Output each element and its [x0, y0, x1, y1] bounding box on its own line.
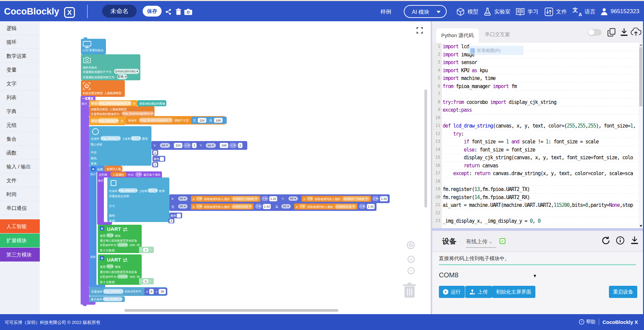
variable-dropdown[interactable]: img_facerecognition	[98, 101, 132, 106]
block-assign-facerecognition[interactable]: 赋值 img_facerecognition 为	[89, 100, 137, 106]
nav-file[interactable]: 文件	[544, 6, 567, 17]
copy-icon[interactable]	[608, 28, 616, 37]
divide-block[interactable]: 168 ÷ 2	[218, 141, 245, 149]
sidebar-item-12[interactable]: 时间	[0, 187, 40, 201]
sidebar-item-3[interactable]: 变量	[0, 63, 40, 77]
number-field[interactable]: 1.42	[367, 204, 375, 209]
code-scroll-thumb[interactable]	[639, 47, 642, 106]
number-field[interactable]: 168	[214, 118, 223, 123]
operator-dropdown[interactable]: ÷	[255, 204, 262, 209]
blockly-workspace[interactable]: + − LCD 屏幕初始化 相机初始化 设置捕捉画面的尺寸为: QVGA (32…	[40, 21, 431, 314]
sidebar-category-0[interactable]: 人工智能	[0, 219, 40, 233]
int-cast-block[interactable]: int	[280, 203, 292, 210]
block-string-y[interactable]: “ Y ”	[139, 247, 154, 253]
operator-dropdown[interactable]: ÷	[261, 196, 268, 201]
block-get-camera-image[interactable]: 获取相机捕捉的图像	[137, 100, 166, 106]
number-field[interactable]: 2	[169, 219, 173, 223]
variable-dropdown[interactable]: img_display	[103, 297, 122, 301]
block-camera-init[interactable]: 相机初始化 设置捕捉画面的尺寸为: QVGA (320*240) 设置捕捉画面颜…	[81, 54, 140, 80]
sidebar-item-8[interactable]: 集合	[0, 132, 40, 146]
nav-lab[interactable]: 实验室	[483, 6, 510, 17]
variable-dropdown[interactable]: img_facerecognition	[121, 111, 154, 116]
number-field[interactable]: 224	[174, 143, 183, 148]
string-field[interactable]: N	[143, 279, 148, 283]
vertical-scrollbar[interactable]	[424, 89, 427, 208]
xy-value-block[interactable]: X 8 Y 36	[144, 288, 167, 295]
baud-field[interactable]: 115200	[117, 243, 128, 247]
zoom-in-icon[interactable]: +	[408, 256, 415, 263]
attr-dropdown[interactable]: 检测框的 Y 轴坐标	[342, 196, 370, 201]
camera-icon[interactable]	[184, 7, 192, 17]
sidebar-item-4[interactable]: 文字	[0, 77, 40, 90]
cloud-upload-icon[interactable]	[631, 28, 641, 36]
block-draw-rect[interactable]: 在画布 img_display 上绘制 空心 矩形 设置起始点坐标: 尺寸: 颜…	[107, 177, 169, 222]
port-select[interactable]: COM8	[439, 271, 458, 279]
dropdown-field[interactable]: 彩色	[117, 74, 127, 79]
number-field[interactable]: 1.42	[269, 196, 277, 201]
operator-dropdown[interactable]: ÷	[372, 196, 379, 201]
scroll-up-icon[interactable]	[640, 44, 642, 46]
string-field[interactable]: Y	[143, 248, 148, 252]
block-draw-circle[interactable]: 在画布 img_display 上绘制 实心 圆形 圆心坐标 半径: 颜色: 厚…	[89, 126, 151, 166]
refresh-icon[interactable]	[601, 236, 610, 245]
nav-model[interactable]: 模型	[456, 6, 478, 17]
gear-icon[interactable]	[100, 256, 104, 260]
iterator-dropdown[interactable]: i	[196, 196, 203, 201]
gear-icon[interactable]	[100, 226, 104, 230]
int-cast-block[interactable]: int	[177, 203, 189, 210]
number-field[interactable]: 168	[220, 143, 228, 148]
variable-dropdown[interactable]: img_display	[118, 188, 138, 193]
block-detected-face[interactable]: 检测到人脸	[104, 166, 122, 171]
download-code-icon[interactable]	[620, 28, 628, 37]
sidebar-item-2[interactable]: 数学运算	[0, 49, 40, 63]
workspace-trash-icon[interactable]	[403, 282, 416, 298]
init-screen-button[interactable]: 初始化主屏界面	[492, 286, 535, 298]
sidebar-item-11[interactable]: 文件	[0, 173, 40, 187]
block-get-face-attr[interactable]: 从 i 获取检测到的人脸的 检测框的 Y 轴坐标	[302, 196, 371, 202]
number-field[interactable]: 2	[238, 143, 243, 148]
block-uart-send-y[interactable]: UART 使用 AI 模块 通过串口发送数据至其他设备 设置波特率为: 1152…	[98, 225, 142, 253]
code-toggle[interactable]	[588, 29, 601, 36]
sidebar-item-5[interactable]: 列表	[0, 90, 40, 104]
delete-icon[interactable]	[174, 7, 183, 17]
code-scrollbar[interactable]	[639, 43, 643, 228]
zoom-reset-icon[interactable]	[407, 241, 415, 249]
number-field[interactable]: 1	[153, 163, 157, 167]
int-cast-block[interactable]: int	[204, 142, 217, 149]
int-dropdown[interactable]: int	[160, 143, 170, 148]
sidebar-item-10[interactable]: 输入 / 输出	[0, 160, 40, 173]
block-get-face-attr[interactable]: 从 i 获取检测到的人脸的 检测框的高度	[294, 203, 358, 210]
block-get-face-attr[interactable]: 从 i 获取检测到的人脸的 检测框的宽度	[191, 203, 254, 210]
divide-chain-block[interactable]: 从 i 获取检测到的人脸的 检测框的 Y 轴坐标 ÷ 1.42	[300, 195, 389, 203]
int-dropdown[interactable]: int	[206, 143, 216, 148]
dropdown-field[interactable]: QVGA (320*240)	[114, 69, 139, 74]
device-checkbox[interactable]: ✓	[500, 238, 505, 244]
dropdown-field[interactable]: 实心	[131, 136, 141, 141]
variable-dropdown[interactable]: img_display	[101, 136, 121, 141]
sidebar-item-6[interactable]: 字典	[0, 104, 40, 118]
sidebar-item-0[interactable]: 逻辑	[0, 21, 40, 35]
divide-chain-block[interactable]: 从 i 获取检测到的人脸的 检测框的宽度 ÷ 1.42	[190, 202, 272, 211]
thickness-value-block[interactable]: 2	[168, 218, 174, 223]
thickness-value-block[interactable]: 1	[152, 162, 158, 167]
number-field[interactable]: 1.42	[380, 196, 388, 201]
horizontal-scrollbar[interactable]	[124, 309, 338, 312]
port-caret-icon[interactable]: ▼	[533, 273, 537, 278]
number-field[interactable]: 1.42	[263, 204, 271, 209]
zoom-out-icon[interactable]: −	[408, 267, 415, 274]
iterator-dropdown[interactable]: i	[307, 196, 313, 201]
user-account[interactable]: 965152323	[600, 6, 639, 17]
block-lcd-init[interactable]: LCD 屏幕初始化	[81, 39, 106, 54]
int-cast-block[interactable]: int	[287, 195, 299, 202]
color-swatch[interactable]	[160, 157, 164, 161]
divide-block[interactable]: 224 ÷ 2	[172, 141, 198, 149]
fullscreen-icon[interactable]	[416, 27, 423, 34]
restart-device-button[interactable]: 重启设备	[609, 286, 637, 298]
tab-python-source[interactable]: Python 源代码	[436, 28, 479, 43]
nav-language[interactable]: 文 A 语言	[572, 6, 595, 17]
int-dropdown[interactable]: int	[178, 196, 188, 201]
variable-dropdown[interactable]: img_display	[103, 289, 123, 294]
gear-icon[interactable]	[91, 167, 95, 171]
tab-serial-window[interactable]: 串口交互窗	[485, 31, 510, 38]
number-field[interactable]: 36	[159, 289, 166, 294]
